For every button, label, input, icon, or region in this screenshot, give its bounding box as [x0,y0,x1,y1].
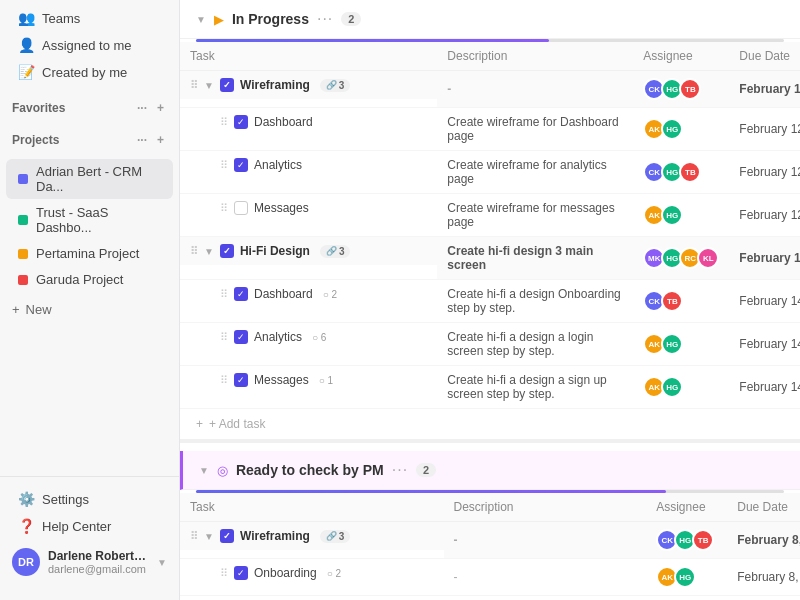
checkbox-hifi-dashboard[interactable]: ✓ [234,287,248,301]
group-row-wireframing-2: ⠿ ▼ ✓ Wireframing 🔗 3 - CK [180,522,800,559]
checkbox-wireframing-2[interactable]: ✓ [220,529,234,543]
checkbox-onboarding-1[interactable]: ✓ [234,566,248,580]
checkbox-wireframing-1[interactable]: ✓ [220,78,234,92]
group-row-wireframing-1: ⠿ ▼ ✓ Wireframing 🔗 3 - CK [180,71,800,108]
add-task-label-in-progress: + Add task [209,417,265,431]
section-ready-header: ▼ ◎ Ready to check by PM ··· 2 [180,451,800,490]
projects-more-btn[interactable]: ··· [134,132,150,148]
section-title-in-progress: In Progress [232,11,309,27]
favorites-add-btn[interactable]: + [154,100,167,116]
assignee-messages-1: AK HG [633,194,729,237]
comment-count-hifi-messages: ○ 1 [319,375,333,386]
created-icon: 📝 [18,64,35,80]
group-toggle-hifi-1[interactable]: ▼ [204,246,214,257]
desc-messages-1: Create wireframe for messages page [437,194,633,237]
sidebar-item-garuda[interactable]: Garuda Project [6,267,173,292]
projects-add-btn[interactable]: + [154,132,167,148]
task-cell-hifi-dashboard: ⠿ ✓ Dashboard ○ 2 [180,280,437,308]
drag-handle[interactable]: ⠿ [220,116,228,129]
row-analytics-1: ⠿ ✓ Analytics Create wireframe for analy… [180,151,800,194]
group-assignee-wireframing-1: CK HG TB [633,71,729,108]
group-assignee-wireframing-2: CK HG TB [646,522,727,559]
section-in-progress: ▼ ▶ In Progress ··· 2 Task Description A… [180,0,800,439]
avatar-tb3: TB [661,290,683,312]
favorites-more-btn[interactable]: ··· [134,100,150,116]
th2-assignee: Assignee [646,493,727,522]
checkbox-hifi-messages[interactable]: ✓ [234,373,248,387]
desc-hifi-dashboard: Create hi-fi a design Onboarding step by… [437,280,633,323]
sidebar-item-trust[interactable]: Trust - SaaS Dashbo... [6,200,173,240]
row-messages-1: ⠿ Messages Create wireframe for messages… [180,194,800,237]
task-cell-onboarding-1: ⠿ ✓ Onboarding ○ 2 [180,559,444,587]
drag-handle[interactable]: ⠿ [190,79,198,92]
checkbox-dashboard-1[interactable]: ✓ [234,115,248,129]
checkbox-analytics-1[interactable]: ✓ [234,158,248,172]
due-messages-1: February 12, 2024 [729,194,800,237]
assignee-hifi-analytics: AK HG [633,323,729,366]
sidebar-item-created[interactable]: 📝 Created by me [6,59,173,85]
section-more-ready[interactable]: ··· [392,461,408,479]
sidebar-item-settings[interactable]: ⚙️ Settings [6,486,173,512]
section-count-ready: 2 [416,463,436,477]
th2-due-date: Due Date [727,493,800,522]
projects-actions: ··· + [134,132,167,148]
add-task-in-progress[interactable]: + + Add task [180,409,800,439]
drag-handle[interactable]: ⠿ [190,245,198,258]
drag-handle[interactable]: ⠿ [220,202,228,215]
drag-handle[interactable]: ⠿ [220,331,228,344]
drag-handle[interactable]: ⠿ [220,567,228,580]
section-in-progress-header: ▼ ▶ In Progress ··· 2 [180,0,800,39]
user-email: darlene@gmail.com [48,563,149,575]
row-dashboard-1: ⠿ ✓ Dashboard Create wireframe for Dashb… [180,108,800,151]
row-onboarding-1: ⠿ ✓ Onboarding ○ 2 - AK HG Februa [180,559,800,596]
check-icon: ✓ [223,80,231,90]
section-toggle-ready[interactable]: ▼ [199,465,209,476]
add-task-icon: + [196,417,203,431]
group-badge-wireframing-2: 🔗 3 [320,530,351,543]
project-dot-adrian [18,174,28,184]
drag-handle[interactable]: ⠿ [220,288,228,301]
group-due-hifi-1: February 14, 2024 [729,237,800,280]
sidebar-item-pertamina[interactable]: Pertamina Project [6,241,173,266]
assignee-login-1: CK HG TB [646,596,727,601]
task-cell-messages-1: ⠿ Messages [180,194,437,222]
drag-handle[interactable]: ⠿ [220,374,228,387]
th-assignee: Assignee [633,42,729,71]
project-dot-pertamina [18,249,28,259]
avatar-group-wireframing-1: CK HG TB [643,78,719,100]
sidebar-bottom: ⚙️ Settings ❓ Help Center DR Darlene Rob… [0,476,179,592]
checkbox-hifi-1[interactable]: ✓ [220,244,234,258]
sidebar-item-adrian[interactable]: Adrian Bert - CRM Da... [6,159,173,199]
checkbox-messages-1[interactable] [234,201,248,215]
sidebar-item-help[interactable]: ❓ Help Center [6,513,173,539]
task-cell-analytics-1: ⠿ ✓ Analytics [180,151,437,179]
section-icon-in-progress: ▶ [214,12,224,27]
favorites-label: Favorites [12,101,65,115]
section-more-in-progress[interactable]: ··· [317,10,333,28]
assignee-dashboard-1: AK HG [633,108,729,151]
group-toggle-wireframing-2[interactable]: ▼ [204,531,214,542]
section-toggle-in-progress[interactable]: ▼ [196,14,206,25]
checkbox-hifi-analytics[interactable]: ✓ [234,330,248,344]
new-button[interactable]: + New [0,297,179,322]
section-count-in-progress: 2 [341,12,361,26]
avatar-hg8: HG [674,566,696,588]
project-dot-garuda [18,275,28,285]
sidebar-item-teams[interactable]: 👥 Teams [6,5,173,31]
comment-count-hifi-analytics: ○ 6 [312,332,326,343]
link-icon3: 🔗 [326,531,337,541]
group-desc-hifi-1: Create hi-fi design 3 main screen [437,237,633,280]
group-toggle-wireframing-1[interactable]: ▼ [204,80,214,91]
desc-hifi-messages: Create hi-fi a design a sign up screen s… [437,366,633,409]
task-name-onboarding-1: Onboarding [254,566,317,580]
task-cell-dashboard-1: ⠿ ✓ Dashboard [180,108,437,136]
row-login-1: ⠿ ✓ Login Screen - CK HG TB Feb [180,596,800,601]
user-area[interactable]: DR Darlene Robertson darlene@gmail.com ▼ [0,540,179,584]
th-description: Description [437,42,633,71]
sidebar-item-assigned[interactable]: 👤 Assigned to me [6,32,173,58]
drag-handle[interactable]: ⠿ [220,159,228,172]
sidebar-item-teams-label: Teams [42,11,80,26]
group-task-cell-hifi-1: ⠿ ▼ ✓ Hi-Fi Design 🔗 3 [180,237,437,265]
group-due-wireframing-1: February 12, 2024 [729,71,800,108]
drag-handle[interactable]: ⠿ [190,530,198,543]
